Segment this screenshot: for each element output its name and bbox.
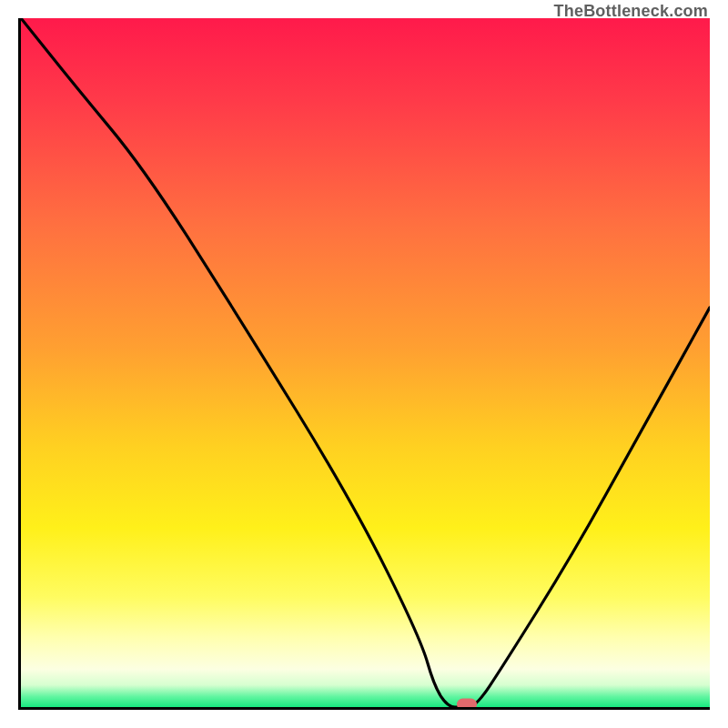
- optimal-marker: [457, 699, 477, 711]
- plot-area: [18, 18, 710, 710]
- bottleneck-chart: TheBottleneck.com: [0, 0, 728, 728]
- bottleneck-curve: [21, 18, 710, 707]
